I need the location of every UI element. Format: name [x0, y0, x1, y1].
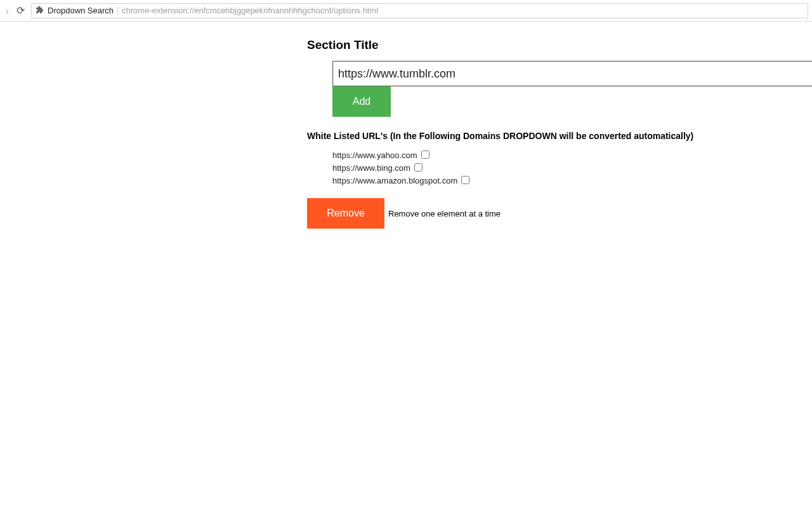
list-item-checkbox[interactable] — [421, 150, 429, 159]
list-item-checkbox[interactable] — [414, 163, 422, 171]
extension-icon — [36, 6, 44, 16]
list-item: https://www.amazon.blogspot.com — [332, 174, 812, 187]
page-url: chrome-extension://enfcmcehbjggepeknfnan… — [122, 6, 378, 15]
remove-hint: Remove one element at a time — [388, 209, 501, 218]
url-input-row — [332, 61, 812, 86]
forward-icon[interactable]: › — [4, 5, 10, 17]
whitelist-heading: White Listed URL's (In the Following Dom… — [307, 131, 812, 141]
url-input[interactable] — [332, 61, 812, 86]
list-item-label: https://www.amazon.blogspot.com — [332, 176, 457, 185]
address-bar[interactable]: Dropdown Search chrome-extension://enfcm… — [31, 3, 808, 18]
add-button[interactable]: Add — [332, 86, 391, 117]
list-item-label: https://www.yahoo.com — [332, 150, 417, 160]
reload-icon[interactable]: ⟳ — [14, 6, 27, 16]
page-title: Section Title — [307, 38, 812, 52]
list-item: https://www.yahoo.com — [332, 149, 812, 161]
list-item-label: https://www.bing.com — [332, 163, 410, 173]
address-separator — [117, 6, 118, 15]
remove-row: Remove Remove one element at a time — [307, 198, 812, 229]
extension-name: Dropdown Search — [48, 6, 114, 15]
options-page: Section Title Add White Listed URL's (In… — [0, 22, 812, 229]
remove-button[interactable]: Remove — [307, 198, 384, 229]
whitelist: https://www.yahoo.com https://www.bing.c… — [332, 149, 812, 187]
list-item-checkbox[interactable] — [461, 176, 469, 184]
browser-toolbar: › ⟳ Dropdown Search chrome-extension://e… — [0, 0, 812, 22]
list-item: https://www.bing.com — [332, 161, 812, 174]
